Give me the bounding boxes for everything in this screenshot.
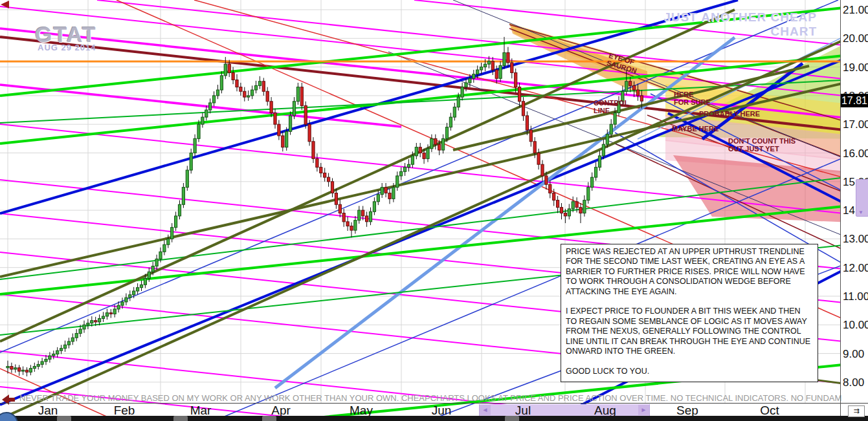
candle-body (484, 64, 486, 67)
candle-body (194, 138, 196, 153)
candle-body (213, 96, 216, 103)
candle-body (91, 321, 93, 323)
candle-body (121, 302, 124, 305)
candle-body (182, 188, 184, 205)
candle-body (71, 338, 74, 341)
price-axis: 17.81 21.0020.0019.0018.0017.0016.0015.0… (841, 0, 868, 417)
candle-body (354, 221, 357, 231)
price-tick-label: 16.00 (843, 147, 868, 160)
candle-body (324, 173, 326, 178)
candle-body (560, 208, 562, 213)
price-tick-label: 9.00 (843, 348, 864, 361)
annotation-dont-count: DON'T COUNT THIS OUT JUST YET (728, 137, 796, 153)
candle-body (499, 65, 502, 78)
taskbar-button[interactable] (505, 416, 519, 421)
candle-body (117, 305, 120, 309)
candle-body (518, 87, 521, 102)
candle-body (331, 182, 333, 193)
annotation-maybe-here: MAYBE HERE (672, 125, 718, 133)
candle-body (140, 285, 142, 287)
candle-body (328, 177, 330, 182)
candle-body (304, 105, 307, 124)
candle-body (465, 83, 467, 87)
candle-body (595, 167, 597, 178)
price-tick-label: 21.00 (843, 4, 868, 17)
candle-body (457, 97, 460, 107)
candle-body (625, 81, 628, 92)
candle-body (163, 244, 166, 252)
candle-body (87, 323, 89, 325)
candle-body (419, 147, 421, 153)
candle-body (113, 309, 116, 314)
price-tick-label: 8.00 (843, 376, 864, 389)
candle-body (236, 80, 238, 87)
candle-body (381, 188, 383, 195)
candle-body (201, 117, 204, 124)
candle-body (473, 74, 475, 79)
candle-body (503, 52, 506, 65)
candle-body (224, 64, 227, 76)
taskbar-button[interactable] (57, 416, 71, 421)
candle-body (33, 367, 36, 369)
page-forward-icon[interactable] (848, 405, 865, 417)
candle-body (515, 72, 517, 87)
chart-date: AUG 29 2014 (38, 43, 96, 52)
candle-body (209, 103, 212, 110)
candle-body (178, 204, 181, 216)
candle-body (362, 210, 364, 216)
candle-body (29, 369, 32, 372)
price-tick-label: 20.00 (843, 32, 868, 45)
candle-body (175, 216, 177, 228)
candle-body (270, 102, 273, 113)
candle-body (606, 135, 608, 145)
candle-body (342, 213, 345, 222)
candle-body (537, 153, 540, 165)
candle-body (41, 362, 43, 364)
candle-body (572, 202, 574, 209)
candle-body (37, 364, 39, 366)
annotation-control-line: CONTROL LINE (594, 99, 629, 114)
candle-body (461, 87, 463, 98)
candle-body (243, 91, 246, 97)
candle-body (575, 202, 578, 208)
candle-body (60, 349, 63, 351)
price-tick-label: 12.00 (843, 262, 868, 275)
candle-body (25, 370, 28, 372)
candle-body (591, 177, 594, 188)
candle-body (507, 52, 509, 63)
price-axis-scroll-thumb[interactable] (856, 179, 868, 217)
candle-body (335, 193, 337, 205)
candle-body (358, 210, 361, 221)
candle-body (583, 200, 586, 213)
candle-body (415, 147, 417, 156)
candle-body (63, 345, 66, 348)
candle-body (373, 202, 375, 212)
taskbar-button[interactable] (262, 416, 276, 421)
candle-body (366, 216, 368, 222)
candle-body (610, 124, 612, 135)
candle-body (137, 288, 139, 291)
candle-body (148, 272, 150, 278)
candle-body (487, 61, 490, 64)
candle-body (438, 144, 441, 150)
candle-body (296, 87, 299, 102)
candle-body (79, 329, 82, 334)
candle-body (220, 76, 223, 90)
price-tick-label: 11.00 (843, 290, 868, 303)
candle-body (614, 113, 616, 124)
price-tick-label: 13.00 (843, 233, 868, 246)
candle-body (171, 228, 173, 239)
taskbar-button[interactable] (173, 416, 188, 421)
commentary-textbox: PRICE WAS REJECTED AT AN UPPER UPTHRUST … (561, 244, 818, 382)
candle-body (533, 142, 536, 153)
candle-body (640, 96, 643, 101)
candle-body (125, 297, 128, 302)
candle-body (186, 170, 188, 188)
annotation-probably-here: PROBABLY HERE (699, 110, 760, 118)
candle-body (52, 354, 55, 356)
candle-body (396, 176, 399, 188)
candle-body (312, 142, 315, 159)
taskbar-strip[interactable] (0, 416, 868, 421)
candle-body (602, 144, 605, 156)
candle-body (549, 184, 551, 193)
